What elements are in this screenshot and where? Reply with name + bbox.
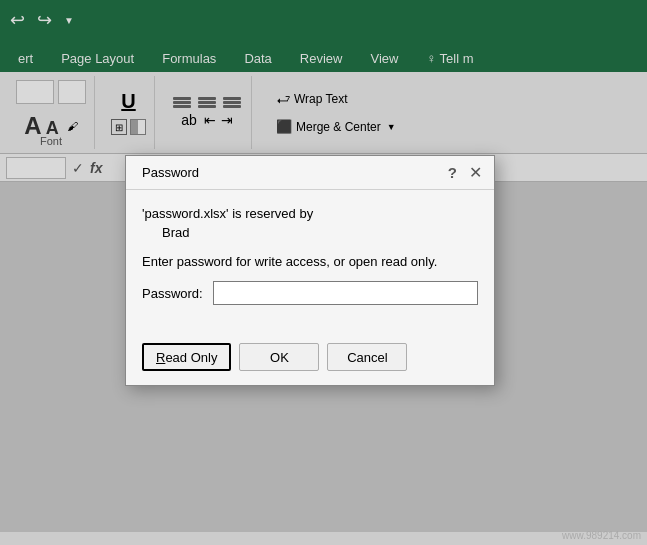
- dialog-username: Brad: [162, 225, 478, 240]
- ok-button[interactable]: OK: [239, 343, 319, 371]
- dialog-help-button[interactable]: ?: [448, 164, 457, 181]
- dialog-password-input[interactable]: [213, 281, 478, 305]
- dialog-prompt: Enter password for write access, or open…: [142, 254, 478, 269]
- cancel-button[interactable]: Cancel: [327, 343, 407, 371]
- read-only-underline: Read Only: [156, 350, 217, 365]
- watermark: www.989214.com: [562, 530, 641, 541]
- password-dialog: Password ? ✕ 'password.xlsx' is reserved…: [125, 155, 495, 386]
- dialog-title: Password: [142, 165, 199, 180]
- dialog-password-row: Password:: [142, 281, 478, 305]
- dialog-password-label: Password:: [142, 286, 207, 301]
- dialog-body: 'password.xlsx' is reserved by Brad Ente…: [126, 190, 494, 335]
- dialog-message-line1: 'password.xlsx' is reserved by: [142, 206, 478, 221]
- dialog-title-buttons: ? ✕: [448, 164, 482, 181]
- read-only-button[interactable]: Read Only: [142, 343, 231, 371]
- dialog-buttons: Read Only OK Cancel: [126, 335, 494, 385]
- dialog-close-button[interactable]: ✕: [469, 165, 482, 181]
- dialog-titlebar: Password ? ✕: [126, 156, 494, 190]
- modal-overlay: Password ? ✕ 'password.xlsx' is reserved…: [0, 0, 647, 545]
